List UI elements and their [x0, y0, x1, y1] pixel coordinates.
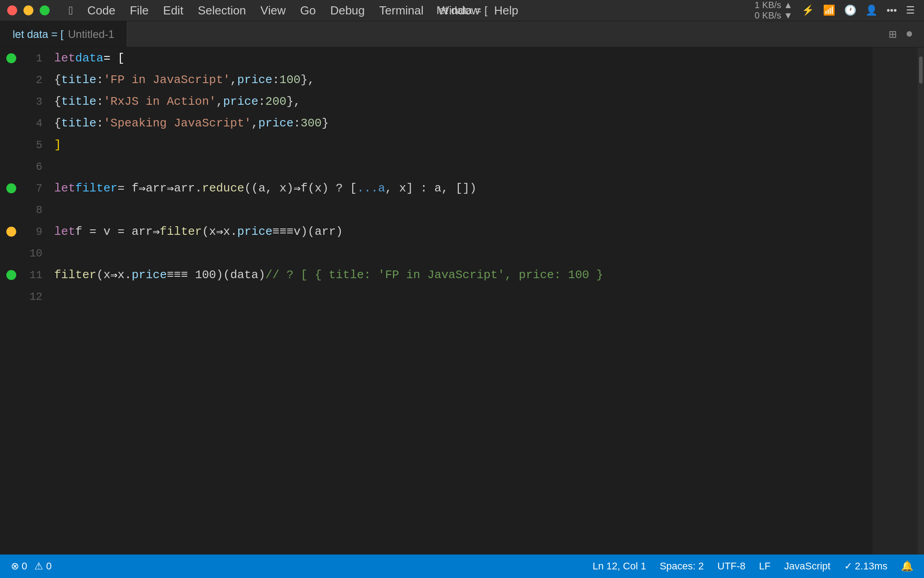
- encoding[interactable]: UTF-8: [717, 560, 745, 572]
- gutter-row[interactable]: [0, 177, 23, 199]
- code-token: filter: [160, 225, 202, 238]
- indentation[interactable]: Spaces: 2: [660, 560, 704, 572]
- cursor-position[interactable]: Ln 12, Col 1: [593, 560, 647, 572]
- menu-go[interactable]: Go: [293, 0, 323, 21]
- code-token: {: [54, 117, 61, 130]
- code-token: {: [54, 95, 61, 108]
- code-token: price: [237, 225, 273, 238]
- code-token: = [: [103, 51, 125, 65]
- code-token: let: [54, 51, 75, 65]
- code-token: 300: [300, 117, 322, 130]
- tab-filename: Untitled-1: [68, 28, 115, 41]
- network-icon: 1 KB/s ▲0 KB/s ▼: [755, 0, 793, 21]
- code-line: ]: [54, 134, 873, 156]
- code-token: (x: [97, 268, 111, 282]
- code-token: :: [97, 95, 104, 108]
- line-number: 10: [23, 242, 50, 264]
- notification-icon[interactable]: 🔔: [901, 560, 913, 572]
- code-token: ((a, x): [244, 182, 293, 195]
- close-button[interactable]: [7, 5, 17, 15]
- code-token: ]: [54, 138, 61, 152]
- code-token: :: [259, 95, 266, 108]
- menu-terminal[interactable]: Terminal: [372, 0, 431, 21]
- gutter-row[interactable]: [0, 264, 23, 286]
- menu-view[interactable]: View: [253, 0, 293, 21]
- line-number: 12: [23, 286, 50, 308]
- code-token: price: [132, 268, 167, 282]
- maximize-button[interactable]: [40, 5, 50, 15]
- code-token: ⇒: [294, 181, 301, 196]
- code-line: [54, 199, 873, 221]
- line-number: 4: [23, 112, 50, 134]
- line-number: 2: [23, 69, 50, 91]
- line-number: 8: [23, 199, 50, 221]
- code-token: price: [223, 95, 258, 108]
- code-line: { title: 'FP in JavaScript', price: 100 …: [54, 69, 873, 91]
- error-count: 0: [22, 560, 27, 572]
- errors-indicator[interactable]: ⊗ 0 ⚠ 0: [11, 560, 52, 572]
- line-number: 9: [23, 221, 50, 242]
- line-number: 5: [23, 134, 50, 156]
- code-line: { title: 'Speaking JavaScript', price: 3…: [54, 112, 873, 134]
- gutter-row[interactable]: [0, 286, 23, 308]
- language-mode[interactable]: JavaScript: [784, 560, 831, 572]
- line-numbers: 123456789101112: [23, 47, 50, 555]
- menu-debug[interactable]: Debug: [323, 0, 372, 21]
- minimize-button[interactable]: [23, 5, 33, 15]
- menu-apple[interactable]: : [61, 0, 80, 21]
- breakpoint-gutter: [0, 47, 23, 555]
- line-number: 7: [23, 177, 50, 199]
- gutter-row[interactable]: [0, 199, 23, 221]
- code-token: f(x) ? [: [300, 182, 357, 195]
- split-editor-icon[interactable]: ⊞: [889, 27, 896, 42]
- gutter-row[interactable]: [0, 112, 23, 134]
- code-token: (x: [202, 225, 216, 238]
- editor: 123456789101112 let data = [ { title: 'F…: [0, 47, 924, 555]
- code-token: :: [273, 73, 280, 87]
- warning-icon: ⚠: [34, 560, 43, 572]
- code-token: 'RxJS in Action': [103, 95, 216, 108]
- dot-icon: ●: [906, 27, 913, 41]
- code-token: ⇒: [216, 224, 223, 239]
- user-icon: 👤: [865, 5, 878, 16]
- code-token: let: [54, 225, 75, 238]
- code-token: // ? [ { title: 'FP in JavaScript', pric…: [265, 268, 603, 282]
- statusbar-right: Ln 12, Col 1 Spaces: 2 UTF-8 LF JavaScri…: [593, 560, 913, 572]
- scrollbar[interactable]: [918, 47, 924, 555]
- gutter-row[interactable]: [0, 134, 23, 156]
- eol[interactable]: LF: [759, 560, 771, 572]
- code-token: 100: [279, 73, 300, 87]
- menu-edit[interactable]: Edit: [156, 0, 191, 21]
- gutter-row[interactable]: [0, 221, 23, 242]
- scrollbar-thumb[interactable]: [919, 56, 923, 84]
- code-token: f = v = arr: [75, 225, 153, 238]
- code-token: ≡≡≡ 100)(data): [167, 268, 265, 282]
- code-editor[interactable]: let data = [ { title: 'FP in JavaScript'…: [50, 47, 873, 555]
- code-token: reduce: [202, 182, 245, 195]
- gutter-row[interactable]: [0, 156, 23, 177]
- minimap: [873, 47, 918, 555]
- gutter-row[interactable]: [0, 69, 23, 91]
- code-line: [54, 156, 873, 177]
- code-line: let f = v = arr ⇒ filter(x ⇒ x.price ≡≡≡…: [54, 221, 873, 242]
- menu-code[interactable]: Code: [80, 0, 123, 21]
- code-token: 'Speaking JavaScript': [103, 117, 251, 130]
- code-token: let: [54, 182, 75, 195]
- code-token: ⇒: [152, 224, 160, 239]
- statusbar: ⊗ 0 ⚠ 0 Ln 12, Col 1 Spaces: 2 UTF-8 LF …: [0, 555, 924, 578]
- gutter-row[interactable]: [0, 91, 23, 112]
- tab-untitled1[interactable]: let data = [ Untitled-1: [0, 21, 127, 47]
- code-token: filter: [75, 182, 118, 195]
- line-number: 1: [23, 47, 50, 69]
- menu-selection[interactable]: Selection: [190, 0, 253, 21]
- menu-file[interactable]: File: [123, 0, 156, 21]
- warning-count: 0: [46, 560, 51, 572]
- error-icon: ⊗: [11, 560, 19, 572]
- gutter-row[interactable]: [0, 242, 23, 264]
- more-icon: •••: [887, 5, 897, 16]
- code-token: 'FP in JavaScript': [103, 73, 230, 87]
- menu-help[interactable]: Help: [487, 0, 525, 21]
- code-token: title: [61, 117, 97, 130]
- code-token: ⇒: [139, 181, 146, 196]
- gutter-row[interactable]: [0, 47, 23, 69]
